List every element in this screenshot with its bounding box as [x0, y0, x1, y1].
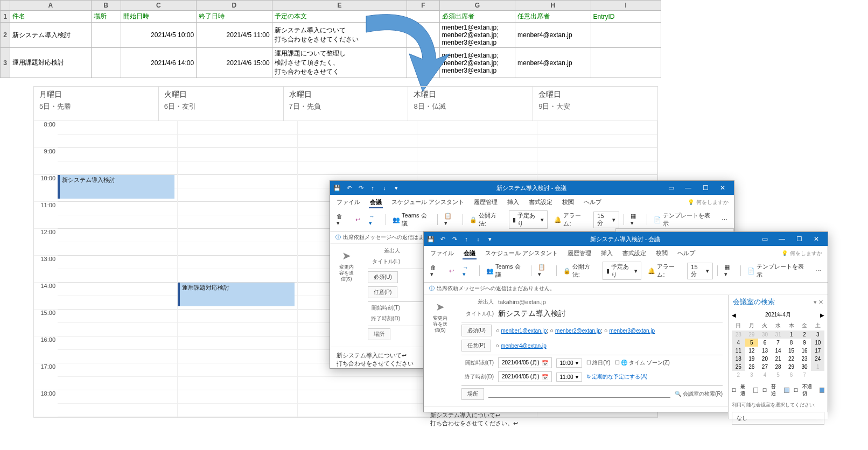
minimize-icon[interactable]: — [680, 184, 696, 192]
excel-col-a[interactable]: A [10, 1, 91, 11]
hdr-place[interactable]: 場所 [91, 11, 121, 23]
mini-cal-day[interactable]: 29 [785, 363, 798, 371]
mini-cal-day[interactable]: 28 [732, 331, 745, 339]
mini-cal-day[interactable]: 22 [785, 355, 798, 363]
mini-cal-day[interactable]: 5 [745, 339, 759, 347]
redo-icon[interactable]: ↷ [357, 185, 365, 192]
forward-button[interactable]: → ▾ [460, 263, 475, 279]
mini-cal-day[interactable]: 6 [785, 371, 798, 379]
start-date-input[interactable]: 2021/04/05 (月) 📅 [498, 357, 552, 368]
down-icon[interactable]: ↓ [474, 236, 482, 242]
meeting-body[interactable]: 新システム導入について↩ 打ち合わせをさせてください。↩ [424, 406, 728, 432]
mini-cal-day[interactable]: 29 [745, 331, 759, 339]
mini-cal-day[interactable] [811, 371, 824, 379]
tell-me[interactable]: 💡何をしますか [688, 199, 729, 206]
reply-button[interactable]: ↩ [447, 266, 456, 276]
redo-icon[interactable]: ↷ [451, 236, 458, 243]
show-as-dropdown[interactable]: ▮予定あり ▾ [509, 210, 548, 229]
tab-scheduling[interactable]: スケジュール アシスタント [390, 197, 465, 207]
mini-cal-day[interactable]: 19 [745, 355, 759, 363]
tab-review[interactable]: 校閲 [561, 197, 575, 207]
options-button[interactable]: 📋 ▾ [536, 263, 552, 279]
mini-cal-day[interactable]: 2 [798, 331, 811, 339]
reminder-dropdown[interactable]: 15 分 ▾ [687, 263, 713, 279]
teams-meeting-button[interactable]: 👥 Teams 会議 [484, 262, 527, 280]
mini-cal-day[interactable]: 7 [772, 339, 785, 347]
mini-cal-day[interactable]: 24 [811, 355, 824, 363]
optional-button[interactable]: 任意(P) [461, 340, 491, 351]
prev-month-icon[interactable]: ◀ [732, 312, 736, 318]
mini-cal-day[interactable]: 3 [811, 331, 824, 339]
end-date-input[interactable]: 2021/04/05 (月) 📅 [498, 371, 552, 382]
room-search-link[interactable]: 🔍 会議室の検索(R) [675, 390, 723, 398]
mini-cal-day[interactable]: 11 [732, 347, 745, 355]
tab-file[interactable]: ファイル [429, 248, 455, 258]
tab-format[interactable]: 書式設定 [528, 197, 554, 207]
mini-cal-day[interactable]: 4 [758, 371, 772, 379]
close-icon[interactable]: ✕ [715, 184, 731, 192]
show-as-dropdown[interactable]: ▮予定あり ▾ [603, 262, 642, 280]
next-month-icon[interactable]: ▶ [820, 312, 824, 318]
mini-cal-day[interactable]: 3 [745, 371, 759, 379]
more-button[interactable]: ⋯ [813, 266, 823, 276]
excel-col-i[interactable]: I [591, 1, 661, 11]
close-icon[interactable]: ✕ [808, 235, 824, 243]
location-button[interactable]: 場所 [368, 328, 390, 340]
delete-button[interactable]: 🗑 ▾ [334, 212, 349, 228]
hdr-start[interactable]: 開始日時 [121, 11, 196, 23]
optional-button[interactable]: 任意(P) [368, 286, 397, 298]
mini-cal-day[interactable]: 6 [758, 339, 772, 347]
customize-qat-icon[interactable]: ▾ [486, 236, 494, 243]
tab-tracking[interactable]: 履歴管理 [566, 248, 592, 258]
required-button[interactable]: 必須(U) [368, 271, 398, 283]
excel-col-d[interactable]: D [197, 1, 272, 11]
ribbon-display-icon[interactable]: ▭ [663, 184, 679, 192]
mini-cal-day[interactable]: 26 [745, 363, 759, 371]
categorize-button[interactable]: ▦ ▾ [628, 212, 642, 228]
timezone-checkbox[interactable]: ☐ 🌐 タイム ゾーン(Z) [615, 359, 670, 367]
maximize-icon[interactable]: ☐ [791, 235, 807, 243]
hdr-optional[interactable]: 任意出席者 [515, 11, 591, 23]
tab-meeting[interactable]: 会議 [369, 197, 383, 208]
down-icon[interactable]: ↓ [381, 185, 388, 191]
mini-cal-day[interactable]: 25 [732, 363, 745, 371]
save-icon[interactable]: 💾 [427, 236, 435, 243]
delete-button[interactable]: 🗑 ▾ [428, 263, 443, 279]
tell-me[interactable]: 💡何をしますか [781, 250, 822, 257]
recurrence-link[interactable]: ↻ 定期的な予定にする(A) [586, 373, 648, 381]
mini-cal-day[interactable]: 1 [785, 331, 798, 339]
calendar-day-header[interactable]: 金曜日9日・大安 [533, 87, 657, 121]
mini-cal-day[interactable]: 4 [732, 339, 745, 347]
optional-field[interactable]: ○ menber4@extan.jp [495, 342, 723, 349]
mini-cal-day[interactable]: 8 [785, 339, 798, 347]
mini-cal-day[interactable]: 28 [772, 363, 785, 371]
mini-cal-day[interactable]: 14 [772, 347, 785, 355]
mini-cal-day[interactable]: 21 [772, 355, 785, 363]
title-bar[interactable]: 💾 ↶ ↷ ↑ ↓ ▾ 新システム導入検討 - 会議 ▭ — ☐ ✕ [424, 232, 828, 246]
mini-cal-day[interactable]: 16 [798, 347, 811, 355]
tab-tracking[interactable]: 履歴管理 [473, 197, 499, 207]
send-button[interactable]: ➤ 変更内 容を送 信(S) [330, 244, 362, 347]
mini-cal-day[interactable]: 30 [798, 363, 811, 371]
mini-cal-day[interactable]: 10 [811, 339, 824, 347]
end-time-input[interactable]: 11:00 ▾ [556, 372, 582, 382]
excel-col-c[interactable]: C [121, 1, 196, 11]
options-button[interactable]: 📋 ▾ [442, 212, 458, 228]
tab-format[interactable]: 書式設定 [621, 248, 647, 258]
undo-icon[interactable]: ↶ [439, 236, 446, 243]
tab-help[interactable]: ヘルプ [583, 197, 603, 207]
mini-cal-day[interactable]: 20 [758, 355, 772, 363]
required-button[interactable]: 必須(U) [461, 325, 492, 336]
forward-button[interactable]: → ▾ [367, 212, 381, 228]
mini-cal-day[interactable]: 15 [785, 347, 798, 355]
teams-meeting-button[interactable]: 👥 Teams 会議 [390, 210, 433, 229]
calendar-event[interactable]: 運用課題対応検討 [178, 283, 295, 306]
tab-help[interactable]: ヘルプ [676, 248, 696, 258]
categorize-button[interactable]: ▦ ▾ [722, 263, 736, 279]
calendar-day-column[interactable] [58, 121, 178, 417]
title-bar[interactable]: 💾 ↶ ↷ ↑ ↓ ▾ 新システム導入検討 - 会議 ▭ — ☐ ✕ [330, 181, 734, 195]
calendar-day-header[interactable]: 木曜日8日・仏滅 [408, 87, 533, 121]
hdr-subject[interactable]: 件名 [10, 11, 91, 23]
mini-cal-day[interactable]: 12 [745, 347, 759, 355]
title-input[interactable]: 新システム導入検討 [498, 309, 723, 319]
